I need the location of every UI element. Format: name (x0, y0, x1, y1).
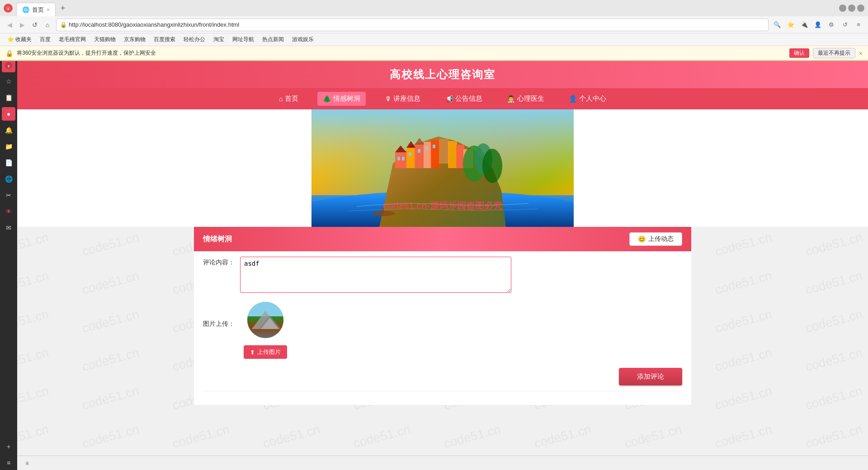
close-button[interactable]: × (857, 5, 864, 12)
lecture-icon: 🎙 (385, 95, 392, 103)
site-title: 高校线上心理咨询室 (390, 68, 495, 80)
nav-emotion-tree[interactable]: 🌲 情感树洞 (317, 92, 366, 106)
security-dismiss-button[interactable]: 最近不再提示 (813, 48, 855, 58)
sidebar-icon-5[interactable]: 📁 (2, 140, 15, 153)
menu-icon[interactable]: ≡ (853, 19, 864, 31)
browser-chrome: 3 🌐 首页 × + _ □ × ◀ ▶ ↺ ⌂ 🔒 http://localh… (0, 0, 868, 61)
address-text[interactable]: http://localhost:8080/gaoxiaoxianshangxi… (69, 21, 764, 28)
bookmark-news[interactable]: 热点新闻 (259, 35, 288, 44)
tab-title: 首页 (32, 6, 44, 14)
sidebar-icon-3[interactable]: ● (2, 107, 15, 121)
comment-textarea[interactable]: asdf (240, 257, 511, 293)
svg-rect-9 (415, 145, 425, 168)
upload-image-button[interactable]: ⬆ 上传图片 (244, 345, 287, 359)
back-button[interactable]: ◀ (4, 19, 15, 31)
bookmark-tianmao[interactable]: 天猫购物 (90, 35, 119, 44)
address-bar: ◀ ▶ ↺ ⌂ 🔒 http://localhost:8080/gaoxiaox… (0, 16, 868, 33)
preview-image (247, 302, 283, 338)
minimize-button[interactable]: _ (839, 5, 846, 12)
active-tab[interactable]: 🌐 首页 × (16, 3, 56, 16)
security-lock-icon: 🔒 (5, 50, 13, 57)
new-tab-button[interactable]: + (57, 3, 68, 14)
sidebar-add-button[interactable]: + (2, 440, 15, 453)
main-content: 高校线上心理咨询室 ⌂ 首页 🌲 情感树洞 🎙 讲座信息 📢 公告信息 👨‍⚕️… (17, 61, 868, 405)
svg-rect-7 (395, 152, 406, 168)
upload-label: 图片上传： (203, 302, 235, 328)
sidebar-icon-9[interactable]: 👁 (2, 205, 15, 218)
refresh-button[interactable]: ↺ (29, 19, 41, 31)
doctor-icon: 👨‍⚕️ (507, 95, 515, 103)
tab-bar: 3 🌐 首页 × + _ □ × (0, 0, 868, 16)
sidebar-menu-button[interactable]: ≡ (2, 456, 15, 470)
search-icon[interactable]: 🔍 (771, 19, 783, 31)
upload-preview (247, 302, 283, 338)
nav-doctor-label: 心理医生 (517, 94, 544, 103)
hero-image-container: code51.cn-源码乐园盗图必究 (311, 109, 574, 227)
bookmark-icon[interactable]: ⭐ (785, 19, 797, 31)
bookmarks-bar: ⭐ 收藏夹 百度 老毛桃官网 天猫购物 京东购物 百度搜索 轻松办公 淘宝 网址… (0, 33, 868, 46)
sidebar-icon-7[interactable]: 🌐 (2, 172, 15, 186)
emoji-upload-label: 上传动态 (648, 235, 674, 243)
svg-rect-10 (424, 142, 432, 168)
bookmark-baidu[interactable]: 百度 (36, 35, 54, 44)
home-icon: ⌂ (279, 95, 283, 103)
nav-doctor[interactable]: 👨‍⚕️ 心理医生 (501, 92, 550, 106)
nav-lecture-label: 讲座信息 (393, 94, 420, 103)
bookmark-jd[interactable]: 京东购物 (120, 35, 149, 44)
tab-close-button[interactable]: × (47, 7, 50, 13)
sidebar-icon-1[interactable]: ☆ (2, 75, 15, 88)
svg-rect-23 (425, 146, 428, 150)
security-confirm-button[interactable]: 确认 (789, 48, 809, 58)
browser-logo: 3 (4, 4, 13, 13)
home-button[interactable]: ⌂ (42, 19, 53, 31)
sidebar-icon-4[interactable]: 🔔 (2, 123, 15, 137)
address-input-wrap[interactable]: 🔒 http://localhost:8080/gaoxiaoxianshang… (56, 19, 769, 31)
submit-button[interactable]: 添加评论 (619, 368, 682, 385)
emoji-upload-button[interactable]: 😊 上传动态 (629, 232, 682, 246)
nav-profile[interactable]: 👤 个人中心 (563, 92, 612, 106)
comment-label: 评论内容： (203, 257, 235, 267)
bookmark-taobao[interactable]: 淘宝 (210, 35, 228, 44)
nav-profile-label: 个人中心 (579, 94, 606, 103)
window-controls: _ □ × (839, 5, 864, 12)
bookmark-favorites[interactable]: ⭐ 收藏夹 (4, 35, 35, 44)
upload-icon: ⬆ (250, 349, 255, 356)
refresh2-icon[interactable]: ↺ (839, 19, 851, 31)
upload-section: 图片上传： (194, 298, 691, 362)
settings-icon[interactable]: ⚙ (826, 19, 837, 31)
nav-buttons: ◀ ▶ ↺ ⌂ (4, 19, 53, 31)
submit-label: 添加评论 (637, 372, 664, 380)
security-message: 将360安全浏览器设为默认，提升打开速度，保护上网安全 (17, 49, 786, 57)
bookmark-laomao[interactable]: 老毛桃官网 (55, 35, 90, 44)
nav-emotion-label: 情感树洞 (333, 94, 360, 103)
svg-rect-30 (382, 208, 384, 216)
nav-lecture[interactable]: 🎙 讲座信息 (379, 92, 426, 106)
sidebar-icon-8[interactable]: ✂ (2, 188, 15, 202)
user-icon[interactable]: 👤 (812, 19, 824, 31)
svg-rect-21 (409, 152, 411, 156)
bookmark-nav[interactable]: 网址导航 (229, 35, 258, 44)
bottom-menu-button[interactable]: ≡ (21, 458, 33, 469)
maximize-button[interactable]: □ (848, 5, 855, 12)
svg-rect-24 (433, 145, 435, 148)
forward-button[interactable]: ▶ (16, 19, 28, 31)
security-lock-icon: 🔒 (60, 22, 67, 28)
sidebar-icon-10[interactable]: ✉ (2, 221, 15, 235)
nav-notice[interactable]: 📢 公告信息 (439, 92, 488, 106)
submit-row: 添加评论 (194, 362, 691, 391)
hero-image-section: code51.cn-源码乐园盗图必究 (17, 109, 868, 227)
sidebar-icon-2[interactable]: 📋 (2, 91, 15, 104)
nav-notice-label: 公告信息 (455, 94, 482, 103)
nav-home[interactable]: ⌂ 首页 (274, 92, 304, 106)
bookmark-games[interactable]: 游戏娱乐 (288, 35, 317, 44)
sidebar-icon-6[interactable]: 📄 (2, 156, 15, 169)
security-close-button[interactable]: × (859, 50, 863, 57)
svg-rect-20 (402, 157, 405, 160)
emoji-icon: 😊 (638, 235, 646, 243)
site-header: 高校线上心理咨询室 (17, 61, 868, 88)
security-bar: 🔒 将360安全浏览器设为默认，提升打开速度，保护上网安全 确认 最近不再提示 … (0, 46, 868, 61)
extension-icon[interactable]: 🔌 (798, 19, 810, 31)
bookmark-office[interactable]: 轻松办公 (180, 35, 209, 44)
bookmark-baidusearch[interactable]: 百度搜索 (150, 35, 179, 44)
bottom-divider (203, 391, 682, 391)
